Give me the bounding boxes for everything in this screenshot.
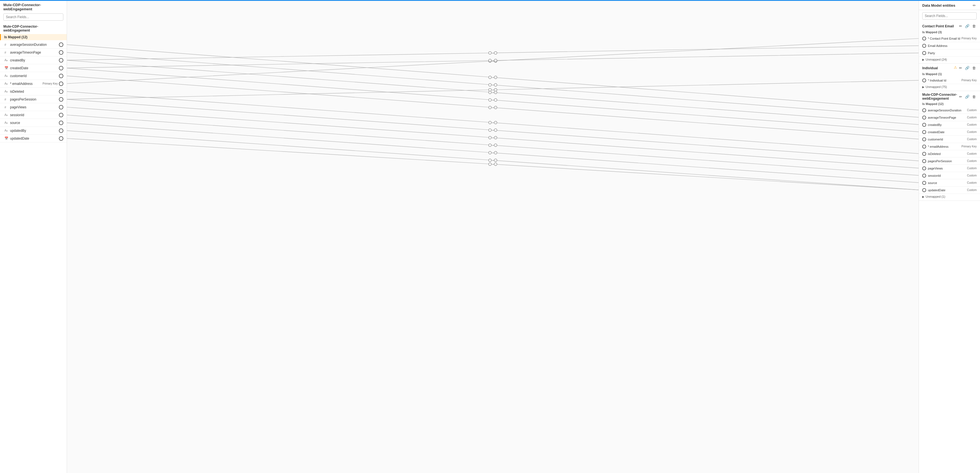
- left-connector-dot[interactable]: [59, 58, 64, 62]
- svg-text:→: →: [492, 99, 494, 102]
- field-name-label: averageSessionDuration: [10, 43, 59, 47]
- entity-edit-btn[interactable]: ✏: [958, 24, 963, 29]
- right-field-name: createdBy: [928, 123, 967, 126]
- left-field-row: A₃createdBy: [0, 56, 67, 64]
- entity-delete-btn[interactable]: 🗑: [971, 24, 977, 29]
- right-field-row: averageSessionDurationCustom: [919, 107, 980, 114]
- svg-point-16: [488, 91, 492, 94]
- primary-key-badge: Primary Key: [962, 79, 977, 82]
- right-connector-dot[interactable]: [922, 51, 926, 55]
- svg-point-6: [488, 76, 492, 79]
- text-icon: A₃: [5, 74, 9, 78]
- left-search-input[interactable]: [3, 13, 64, 21]
- top-blue-bar: [0, 0, 980, 1]
- mapped-header: Is Mapped (3): [919, 30, 980, 35]
- right-search-input[interactable]: [922, 12, 977, 19]
- chevron-right-icon: ▶: [922, 86, 924, 89]
- right-field-row: pagesPerSessionCustom: [919, 158, 980, 165]
- left-field-row: #pageViews: [0, 103, 67, 111]
- left-field-row: A₃* emailAddressPrimary Key: [0, 80, 67, 88]
- right-connector-dot[interactable]: [922, 166, 926, 170]
- chevron-right-icon: ▶: [922, 58, 924, 61]
- entity-edit-btn[interactable]: ✏: [958, 65, 963, 71]
- field-name-label: pagesPerSession: [10, 97, 59, 101]
- center-canvas: →→→→→→→→→→→→→→→→: [67, 0, 919, 473]
- right-connector-dot[interactable]: [922, 108, 926, 112]
- svg-point-53: [494, 151, 497, 154]
- left-connector-dot[interactable]: [59, 81, 64, 86]
- custom-badge: Custom: [967, 108, 977, 112]
- right-connector-dot[interactable]: [922, 181, 926, 185]
- custom-badge: Custom: [967, 138, 977, 141]
- right-field-name: Email Address: [928, 44, 977, 48]
- entity-header: Mule-CDP-Connector-webEngagement✏🔗🗑: [919, 91, 980, 102]
- unmapped-row[interactable]: ▶Unmapped (24): [919, 57, 980, 62]
- mapped-header: Is Mapped (12): [919, 102, 980, 107]
- svg-point-13: [494, 83, 497, 86]
- svg-point-8: [494, 76, 497, 79]
- left-connector-dot[interactable]: [59, 113, 64, 117]
- left-connector-dot[interactable]: [59, 105, 64, 110]
- left-connector-dot[interactable]: [59, 129, 64, 133]
- entity-link-btn[interactable]: 🔗: [964, 65, 970, 71]
- left-connector-dot[interactable]: [59, 66, 64, 70]
- left-field-row: 📅updatedDate: [0, 135, 67, 142]
- left-field-row: #averageTimeonPage: [0, 49, 67, 56]
- right-connector-dot[interactable]: [922, 145, 926, 148]
- svg-point-31: [488, 121, 492, 124]
- right-panel-header: Data Model entities ✏: [919, 0, 980, 10]
- svg-point-76: [488, 59, 492, 62]
- left-connector-dot[interactable]: [59, 97, 64, 102]
- left-connector-dot[interactable]: [59, 136, 64, 141]
- entity-delete-btn[interactable]: 🗑: [971, 94, 977, 99]
- right-field-name: pageViews: [928, 167, 967, 170]
- svg-text:→: →: [492, 144, 494, 147]
- left-group-header: Is Mapped (12): [0, 34, 67, 40]
- left-field-row: #averageSessionDuration: [0, 41, 67, 49]
- connections-svg: →→→→→→→→→→→→→→→→: [67, 0, 919, 473]
- entity-section: Contact Point Email✏🔗🗑Is Mapped (3)* Con…: [919, 22, 980, 64]
- entity-delete-btn[interactable]: 🗑: [971, 65, 977, 71]
- right-panel-edit-btn[interactable]: ✏: [972, 3, 977, 8]
- left-connector-dot[interactable]: [59, 89, 64, 94]
- unmapped-row[interactable]: ▶Unmapped (75): [919, 84, 980, 90]
- number-icon: #: [5, 51, 9, 54]
- right-connector-dot[interactable]: [922, 137, 926, 141]
- left-connector-dot[interactable]: [59, 50, 64, 55]
- right-connector-dot[interactable]: [922, 188, 926, 192]
- left-fields-container: #averageSessionDuration#averageTimeonPag…: [0, 41, 67, 142]
- right-field-name: isDeleted: [928, 152, 967, 156]
- right-connector-dot[interactable]: [922, 44, 926, 48]
- svg-point-66: [488, 89, 492, 91]
- right-field-row: updatedDateCustom: [919, 186, 980, 194]
- right-field-row: createdDateCustom: [919, 129, 980, 136]
- unmapped-row[interactable]: ▶Unmapped (1): [919, 194, 980, 199]
- left-connector-dot[interactable]: [59, 74, 64, 78]
- field-name-label: createdBy: [10, 58, 59, 62]
- left-connector-dot[interactable]: [59, 43, 64, 47]
- svg-text:→: →: [492, 52, 494, 55]
- entity-edit-btn[interactable]: ✏: [958, 94, 963, 99]
- right-connector-dot[interactable]: [922, 37, 926, 40]
- left-panel-title: Mule-CDP-Connector-webEngagement: [0, 3, 67, 13]
- svg-point-78: [494, 59, 497, 62]
- entity-link-btn[interactable]: 🔗: [964, 24, 970, 29]
- field-name-label: customerId: [10, 74, 59, 78]
- field-name-label: averageTimeonPage: [10, 51, 59, 54]
- right-connector-dot[interactable]: [922, 174, 926, 178]
- svg-point-63: [494, 163, 497, 166]
- left-connector-dot[interactable]: [59, 121, 64, 125]
- right-connector-dot[interactable]: [922, 130, 926, 134]
- entity-section: Individual⚠✏🔗🗑Is Mapped (1)* Individual …: [919, 64, 980, 91]
- unmapped-label: Unmapped (24): [926, 58, 947, 61]
- svg-text:→: →: [492, 83, 494, 86]
- right-connector-dot[interactable]: [922, 159, 926, 163]
- right-connector-dot[interactable]: [922, 152, 926, 156]
- right-connector-dot[interactable]: [922, 123, 926, 127]
- text-icon: A₃: [5, 121, 9, 124]
- right-connector-dot[interactable]: [922, 116, 926, 119]
- right-field-name: averageTimeonPage: [928, 116, 967, 119]
- right-field-name: * Contact Point Email Id: [928, 37, 962, 40]
- right-connector-dot[interactable]: [922, 78, 926, 82]
- entity-link-btn[interactable]: 🔗: [964, 94, 970, 99]
